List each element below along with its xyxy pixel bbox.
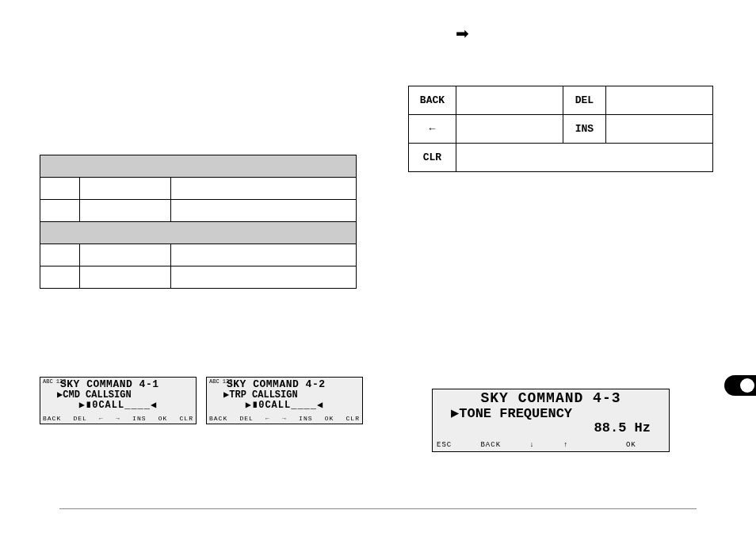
cell (40, 178, 80, 200)
lcd-softkeys: ESC BACK ↓ ↑ OK (437, 442, 665, 450)
desc-cell (456, 115, 563, 144)
page-tab-icon (724, 375, 756, 396)
lcd-sky-command-4-1: ABC 123 SKY COMMAND 4-1 ▶CMD CALLSIGN ▶∎… (40, 377, 197, 424)
table-row (40, 178, 357, 200)
header-cell (40, 155, 357, 178)
softkey: DEL (239, 416, 253, 423)
key-del: DEL (563, 86, 606, 115)
softkey: ↓ (529, 442, 534, 450)
key-ins: INS (563, 115, 606, 144)
softkey: ← (99, 416, 104, 423)
softkey: → (116, 416, 120, 423)
header-cell (40, 222, 357, 244)
softkey: DEL (73, 416, 86, 423)
softkey: INS (132, 416, 146, 423)
lcd-value: ▶∎0CALL____◀ (209, 401, 360, 411)
softkey: BACK (209, 416, 227, 423)
softkey: OK (626, 442, 636, 450)
cell (40, 266, 80, 289)
table-row: BACK DEL (409, 86, 713, 115)
footer-divider (59, 508, 697, 509)
lcd-softkeys: BACK DEL ← → INS OK CLR (43, 416, 193, 423)
key-function-table: BACK DEL ← INS CLR (408, 86, 713, 172)
cell (170, 178, 356, 200)
softkey: → (282, 416, 287, 423)
softkey: ↑ (563, 442, 568, 450)
desc-cell (606, 115, 713, 144)
desc-cell (456, 144, 712, 172)
key-left: ← (409, 115, 456, 144)
parameter-table (40, 155, 357, 289)
softkey: BACK (43, 416, 61, 423)
mode-indicator: ABC 123 (43, 379, 66, 384)
cell (79, 200, 170, 222)
cell (79, 244, 170, 266)
softkey: OK (325, 416, 334, 423)
table-row (40, 155, 357, 178)
table-row (40, 200, 357, 222)
cell (170, 244, 356, 266)
cell (40, 200, 80, 222)
softkey: BACK (480, 442, 501, 450)
cell (40, 244, 80, 266)
softkey: ESC (437, 442, 452, 450)
softkey: CLR (346, 416, 360, 423)
key-back: BACK (409, 86, 456, 115)
lcd-line2: ▶TONE FREQUENCY (435, 407, 666, 422)
mode-indicator: ABC 123 (209, 379, 232, 384)
lcd-sky-command-4-2: ABC 123 SKY COMMAND 4-2 ▶TRP CALLSIGN ▶∎… (206, 377, 363, 424)
cell (170, 266, 356, 289)
arrow-right-icon: ➡ (456, 24, 469, 43)
softkey: ← (265, 416, 270, 423)
table-row (40, 222, 357, 244)
lcd-title: SKY COMMAND 4-3 (435, 391, 666, 407)
lcd-softkeys: BACK DEL ← → INS OK CLR (209, 416, 360, 423)
table-row (40, 266, 357, 289)
table-row: CLR (409, 144, 713, 172)
lcd-sky-command-4-3: SKY COMMAND 4-3 ▶TONE FREQUENCY 88.5 Hz … (432, 389, 670, 452)
cell (170, 200, 356, 222)
desc-cell (456, 86, 563, 115)
table-row (40, 244, 357, 266)
softkey: OK (158, 416, 168, 423)
key-clr: CLR (409, 144, 456, 172)
desc-cell (606, 86, 713, 115)
lcd-value: ▶∎0CALL____◀ (43, 401, 193, 411)
cell (79, 266, 170, 289)
softkey: CLR (180, 416, 193, 423)
cell (79, 178, 170, 200)
table-row: ← INS (409, 115, 713, 144)
softkey: INS (299, 416, 312, 423)
lcd-value: 88.5 Hz (435, 421, 666, 436)
